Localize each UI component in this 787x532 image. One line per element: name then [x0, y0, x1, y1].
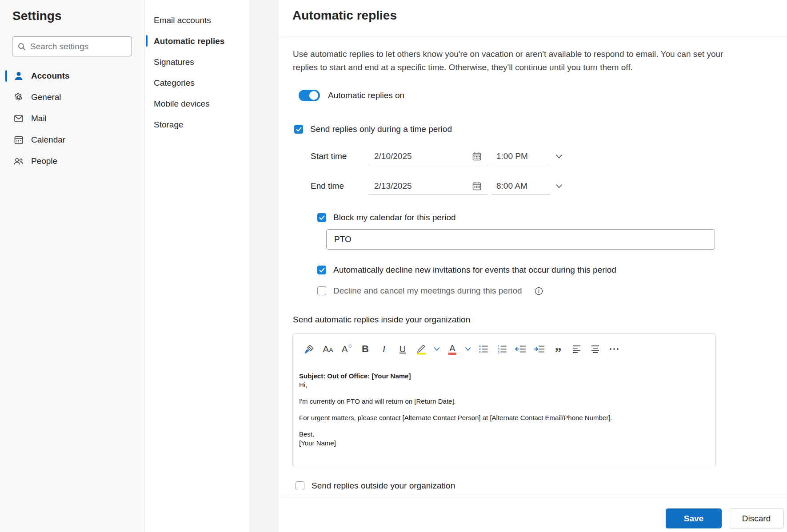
reply-message-body[interactable]: Subject: Out of Office: [Your Name]Hi,I'… [293, 359, 715, 465]
category-item-label: Mobile devices [154, 99, 210, 109]
reply-editor: AAA◇BIUA123” Subject: Out of Office: [Yo… [292, 333, 716, 467]
sidebar-item-label: People [31, 156, 57, 166]
description-text: Use automatic replies to let others know… [293, 48, 723, 74]
discard-button[interactable]: Discard [729, 508, 784, 528]
settings-sidebar: Settings AccountsGeneralMailCalendarPeop… [0, 0, 144, 532]
active-indicator-bar [5, 155, 7, 167]
page-title: Automatic replies [292, 8, 397, 23]
time-period-checkbox[interactable] [294, 125, 303, 134]
search-icon [18, 43, 26, 51]
decline-cancel-row: Decline and cancel my meetings during th… [317, 286, 543, 296]
start-time-chevron-icon[interactable] [553, 151, 565, 162]
body-text-line: Subject: Out of Office: [Your Name] [299, 372, 707, 381]
active-indicator-bar [146, 77, 148, 88]
align-left-icon[interactable] [567, 340, 586, 358]
category-item-categories[interactable]: Categories [145, 72, 249, 93]
italic-icon[interactable]: I [375, 340, 393, 358]
active-indicator-bar [146, 14, 148, 26]
category-item-mobile-devices[interactable]: Mobile devices [145, 93, 249, 114]
sidebar-item-label: Accounts [31, 71, 70, 81]
category-item-automatic-replies[interactable]: Automatic replies [145, 31, 249, 52]
category-item-email-accounts[interactable]: Email accounts [145, 10, 249, 31]
sidebar-item-people[interactable]: People [0, 151, 144, 172]
start-date-value: 2/10/2025 [374, 151, 471, 161]
toggle-label: Automatic replies on [328, 91, 404, 100]
body-text-line: Best, [299, 430, 707, 439]
auto-decline-checkbox[interactable] [317, 266, 326, 274]
category-item-storage[interactable]: Storage [145, 114, 249, 135]
outdent-icon[interactable] [511, 340, 530, 358]
underline-icon[interactable]: U [393, 340, 412, 358]
bullet-list-icon[interactable] [474, 340, 493, 358]
category-item-label: Email accounts [154, 16, 211, 25]
body-text-line: Hi, [299, 381, 707, 389]
people-icon [13, 156, 24, 167]
time-period-label: Send replies only during a time period [310, 124, 452, 134]
category-item-label: Automatic replies [154, 36, 224, 46]
body-text-line: For urgent matters, please contact [Alte… [299, 413, 707, 422]
align-center-icon[interactable] [586, 340, 605, 358]
numbered-list-icon[interactable]: 123 [493, 340, 511, 358]
quote-icon[interactable]: ” [549, 340, 567, 358]
start-time-value: 1:00 PM [496, 151, 528, 161]
automatic-replies-toggle[interactable] [299, 90, 320, 101]
sidebar-item-general[interactable]: General [0, 87, 144, 108]
highlight-chevron-icon[interactable] [431, 340, 443, 358]
automatic-replies-toggle-row: Automatic replies on [299, 90, 404, 101]
formatting-toolbar: AAA◇BIUA123” [293, 334, 715, 359]
sidebar-item-label: Calendar [31, 135, 65, 145]
end-date-value: 2/13/2025 [374, 181, 471, 191]
body-blank-line [299, 422, 707, 430]
end-time-chevron-icon[interactable] [553, 180, 565, 192]
search-input[interactable] [30, 42, 126, 52]
block-calendar-row: Block my calendar for this period [317, 213, 456, 222]
save-button[interactable]: Save [666, 508, 722, 528]
sidebar-item-label: General [31, 92, 61, 102]
sidebar-item-mail[interactable]: Mail [0, 108, 144, 129]
category-item-signatures[interactable]: Signatures [145, 52, 249, 72]
active-indicator-bar [146, 35, 148, 47]
active-indicator-bar [5, 113, 7, 124]
search-settings-box[interactable] [12, 36, 132, 56]
description-line-2: replies to start and end at a specific t… [293, 61, 723, 74]
event-title-input[interactable] [326, 229, 715, 250]
description-line-1: Use automatic replies to let others know… [293, 48, 723, 61]
calendar-picker-icon[interactable] [471, 181, 482, 191]
outside-org-checkbox[interactable] [296, 481, 304, 490]
sidebar-item-calendar[interactable]: Calendar [0, 129, 144, 151]
decline-cancel-checkbox[interactable] [317, 286, 326, 295]
person-icon [13, 71, 24, 81]
font-size-icon[interactable]: A◇ [337, 340, 356, 358]
format-painter-icon[interactable] [300, 340, 319, 358]
start-date-field[interactable]: 2/10/2025 [369, 147, 487, 165]
bold-icon[interactable]: B [356, 340, 375, 358]
pane-gutter [249, 0, 279, 532]
font-color-chevron-icon[interactable] [462, 340, 474, 358]
end-date-field[interactable]: 2/13/2025 [369, 177, 487, 195]
block-calendar-checkbox[interactable] [317, 213, 326, 222]
settings-category-column: Email accountsAutomatic repliesSignature… [144, 0, 249, 532]
body-text-line: [Your Name] [299, 439, 707, 448]
calendar-picker-icon[interactable] [471, 151, 482, 162]
gear-icon [13, 92, 24, 103]
sidebar-item-accounts[interactable]: Accounts [0, 65, 144, 87]
header-divider [279, 38, 787, 38]
start-time-dropdown[interactable]: 1:00 PM [492, 147, 550, 165]
indent-icon[interactable] [530, 340, 549, 358]
category-nav-list: Email accountsAutomatic repliesSignature… [145, 10, 249, 135]
category-item-label: Storage [154, 120, 184, 130]
calendar-icon [13, 135, 24, 145]
font-color-icon[interactable]: A [443, 340, 462, 358]
more-icon[interactable] [605, 340, 623, 358]
auto-decline-label: Automatically decline new invitations fo… [333, 265, 616, 275]
block-calendar-label: Block my calendar for this period [333, 213, 456, 222]
highlight-icon[interactable] [412, 340, 431, 358]
info-icon[interactable] [535, 287, 543, 295]
end-time-dropdown[interactable]: 8:00 AM [492, 177, 550, 195]
outside-org-row: Send replies outside your organization [296, 481, 455, 491]
font-icon[interactable]: AA [319, 340, 337, 358]
active-indicator-bar [5, 91, 7, 103]
start-time-label: Start time [311, 151, 347, 161]
sidebar-item-label: Mail [31, 114, 47, 123]
end-time-value: 8:00 AM [496, 181, 527, 191]
